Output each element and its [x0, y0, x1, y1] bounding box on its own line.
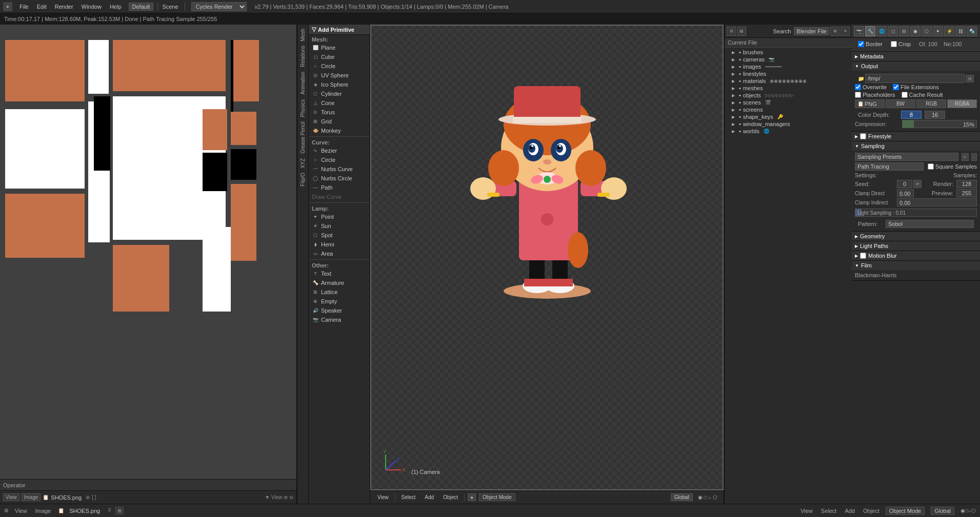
path-tracing-value[interactable]: Path Tracing	[855, 162, 924, 171]
tab-xyz[interactable]: XYZ	[299, 156, 307, 170]
color-depth-8-value[interactable]: 8	[901, 111, 922, 119]
outliner-close-icon[interactable]: ✕	[841, 27, 850, 36]
freestyle-header[interactable]: ▶ Freestyle	[852, 132, 980, 141]
prop-icon-modifiers[interactable]: 🔩	[967, 26, 977, 36]
tree-objects[interactable]: ▶ • objects ▷▷▷▷▷▷▷▷	[726, 92, 851, 99]
prim-spot[interactable]: ⬡ Spot	[309, 231, 370, 240]
clamp-indirect-input[interactable]: 0.00	[897, 198, 977, 206]
search-btn[interactable]: Search	[771, 28, 793, 35]
rgba-btn[interactable]: RGBA	[947, 99, 977, 108]
vp-view-btn[interactable]: View	[374, 494, 392, 501]
outliner-options-icon[interactable]: ⊞	[830, 27, 839, 36]
file-ext-checkbox[interactable]	[893, 84, 899, 90]
mode-icon[interactable]: ●	[468, 493, 476, 501]
sampling-presets-options[interactable]: -	[971, 153, 977, 161]
blender-file-btn[interactable]: Blender File	[794, 27, 829, 35]
outliner-layers-icon[interactable]: ▤	[737, 27, 746, 36]
placeholders-checkbox[interactable]	[855, 92, 861, 98]
add-bottom-btn[interactable]: Add	[843, 507, 857, 514]
view-bottom-btn[interactable]: View	[13, 507, 29, 514]
prop-icon-scene[interactable]: 🔧	[865, 26, 875, 36]
bottom-fit[interactable]: ⊞	[115, 507, 124, 514]
menu-help[interactable]: Help	[107, 3, 125, 11]
tree-brushes[interactable]: ▶ • brushes	[726, 49, 851, 56]
tab-animation[interactable]: Animation	[299, 70, 307, 96]
tree-images[interactable]: ▶ • images ▪▪▪▪▪▪▪▪▪▪	[726, 63, 851, 70]
border-checkbox[interactable]	[858, 41, 864, 47]
prop-icon-mesh[interactable]: ⊟	[899, 26, 909, 36]
output-header[interactable]: ▼ Output	[852, 61, 980, 71]
tab-grease-pencil[interactable]: Grease Pencil	[299, 119, 307, 156]
tree-shape-keys[interactable]: ▶ • shape_keys 🔑	[726, 113, 851, 120]
render-val[interactable]: 128	[956, 180, 977, 188]
prim-cube[interactable]: ◻ Cube	[309, 52, 370, 61]
tree-linestyles[interactable]: ▶ • linestyles	[726, 70, 851, 77]
prim-grid[interactable]: ⊞ Grid	[309, 117, 370, 126]
motion-blur-header[interactable]: ▶ Motion Blur	[852, 251, 980, 260]
seed-randomize-btn[interactable]: ⟳	[913, 180, 922, 188]
prim-icosphere[interactable]: ◈ Ico Sphere	[309, 80, 370, 89]
object-mode-bottom[interactable]: Object Mode	[886, 507, 925, 515]
prim-cylinder[interactable]: ⬡ Cylinder	[309, 89, 370, 98]
prop-icon-particles[interactable]: ✦	[933, 26, 943, 36]
light-paths-header[interactable]: ▶ Light Paths	[852, 241, 980, 251]
sampling-header[interactable]: ▼ Sampling	[852, 141, 980, 151]
prim-speaker[interactable]: 🔊 Speaker	[309, 306, 370, 315]
cache-checkbox[interactable]	[902, 92, 908, 98]
view-btn3[interactable]: View	[798, 507, 815, 514]
prop-icon-world[interactable]: 🌐	[876, 26, 887, 36]
tree-materials[interactable]: ▶ • materials ◉◉◉◉◉◉◉◉◉	[726, 77, 851, 85]
prim-text[interactable]: T Text	[309, 269, 370, 278]
viewport-canvas[interactable]: X Y Z (1) Camera	[370, 25, 724, 490]
prop-icon-physics[interactable]: ⚡	[944, 26, 954, 36]
freestyle-checkbox[interactable]	[860, 133, 866, 139]
image-bottom-btn2[interactable]: Image	[33, 507, 53, 514]
geometry-header[interactable]: ▶ Geometry	[852, 232, 980, 241]
prim-nurbs-curve[interactable]: 〰 Nurbs Curve	[309, 164, 370, 174]
view-button[interactable]: View	[3, 493, 19, 501]
menu-edit[interactable]: Edit	[34, 3, 50, 11]
prim-cone[interactable]: △ Cone	[309, 98, 370, 108]
film-header[interactable]: ▼ Film	[852, 261, 980, 270]
prim-path[interactable]: — Path	[309, 183, 370, 192]
bw-btn[interactable]: BW	[886, 99, 915, 108]
square-samples-checkbox[interactable]	[928, 163, 934, 170]
tab-flip[interactable]: Flip/O	[299, 171, 307, 189]
output-path-input[interactable]	[865, 74, 965, 83]
render-engine-select[interactable]: Cycles Render Blender Render	[191, 2, 247, 11]
prim-circle[interactable]: ○ Circle	[309, 61, 370, 71]
fit-btn[interactable]: [ ]	[92, 494, 96, 500]
prim-empty[interactable]: ⊕ Empty	[309, 297, 370, 306]
vp-object-btn[interactable]: Object	[440, 494, 461, 501]
vp-add-btn[interactable]: Add	[422, 494, 437, 501]
preview-val[interactable]: 255	[956, 189, 977, 197]
prim-armature[interactable]: 🦴 Armature	[309, 278, 370, 287]
metadata-header[interactable]: ▶ Metadata	[852, 52, 980, 61]
blender-icon[interactable]: ●	[3, 2, 12, 11]
prim-nurbs-circle[interactable]: ◯ Nurbs Circle	[309, 174, 370, 183]
light-sampling-bar[interactable]: Light Sampling : 0.01	[855, 209, 977, 217]
prop-icon-constraints[interactable]: ⛓	[955, 26, 966, 36]
global-bottom[interactable]: Global	[931, 507, 954, 515]
prop-icon-material[interactable]: ◉	[910, 26, 921, 36]
crop-checkbox[interactable]	[891, 41, 897, 47]
prop-icon-camera[interactable]: 📷	[854, 26, 864, 36]
vp-select-btn[interactable]: Select	[398, 494, 419, 501]
prim-hemi[interactable]: ◗ Hemi	[309, 240, 370, 249]
object-mode-btn[interactable]: Object Mode	[479, 493, 515, 501]
prim-curve-circle[interactable]: ○ Circle	[309, 155, 370, 164]
prim-point[interactable]: ✦ Point	[309, 212, 370, 221]
menu-render[interactable]: Render	[52, 3, 76, 11]
tree-worlds[interactable]: ▶ • worlds 🌐	[726, 128, 851, 135]
menu-file[interactable]: File	[16, 3, 32, 11]
tab-physics[interactable]: Physics	[299, 97, 307, 119]
image-button[interactable]: Image	[22, 493, 41, 501]
object-bottom-btn[interactable]: Object	[861, 507, 882, 514]
prim-area[interactable]: ▭ Area	[309, 249, 370, 258]
clamp-direct-input[interactable]: 0.00	[897, 189, 914, 197]
global-local-btn[interactable]: Global	[671, 493, 693, 501]
tab-mesh[interactable]: Mesh	[299, 27, 307, 43]
menu-window[interactable]: Window	[78, 3, 105, 11]
compression-bar[interactable]: 15%	[902, 120, 977, 128]
tree-scenes[interactable]: ▶ • scenes 🎬	[726, 99, 851, 106]
